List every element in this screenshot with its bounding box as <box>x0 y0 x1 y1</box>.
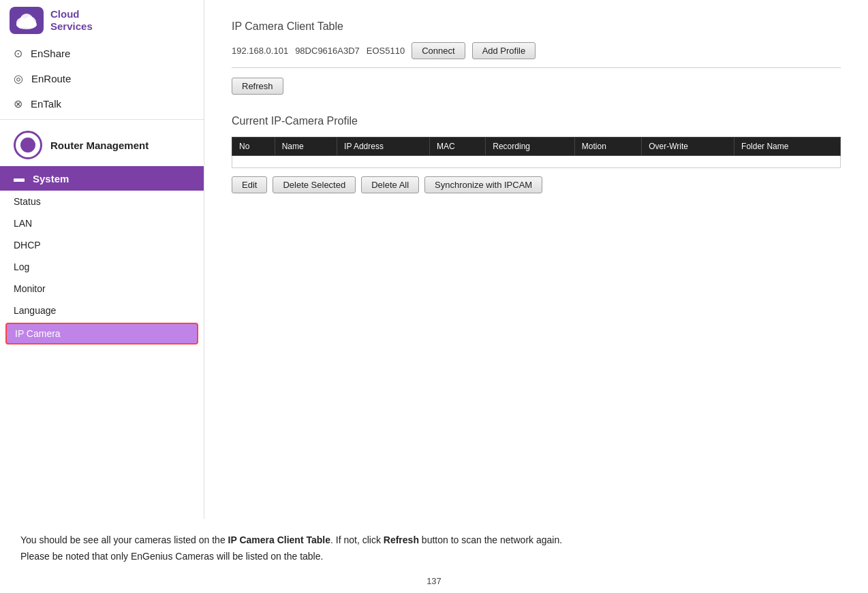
sidebar-sub-item-log[interactable]: Log <box>0 256 204 278</box>
col-ip-address: IP Address <box>337 138 430 156</box>
col-over-write: Over-Write <box>642 138 734 156</box>
col-folder-name: Folder Name <box>734 138 841 156</box>
edit-button[interactable]: Edit <box>232 176 267 193</box>
bottom-text: You should be see all your cameras liste… <box>0 519 868 565</box>
sidebar-sub-item-dhcp[interactable]: DHCP <box>0 234 204 256</box>
page-number: 137 <box>0 565 868 593</box>
profile-table: No Name IP Address MAC Recording Motion … <box>232 137 841 168</box>
sidebar-item-system[interactable]: ▬ System <box>0 166 204 191</box>
profile-actions: Edit Delete Selected Delete All Synchron… <box>232 176 841 193</box>
system-icon: ▬ <box>14 172 25 185</box>
monitor-label: Monitor <box>14 283 46 294</box>
enshare-icon: ⊙ <box>14 47 22 60</box>
cloud-title-line2: Services <box>50 20 93 32</box>
sidebar: Cloud Services ⊙ EnShare ◎ EnRoute ⊗ EnT… <box>0 0 204 519</box>
col-name: Name <box>275 138 337 156</box>
profile-section: Current IP-Camera Profile No Name IP Add… <box>232 115 841 193</box>
client-mac: 98DC9616A3D7 <box>295 46 360 56</box>
client-table-title: IP Camera Client Table <box>232 20 841 33</box>
col-recording: Recording <box>486 138 575 156</box>
content-area: IP Camera Client Table 192.168.0.101 98D… <box>204 0 868 519</box>
bottom-line1-suffix: . If not, click <box>330 534 384 545</box>
enroute-label: EnRoute <box>31 73 71 84</box>
cloud-logo <box>10 7 44 34</box>
page-number-text: 137 <box>427 576 441 586</box>
bottom-line2: Please be noted that only EnGenius Camer… <box>20 549 848 565</box>
bottom-line1: You should be see all your cameras liste… <box>20 532 848 549</box>
client-model: EOS5110 <box>367 46 405 56</box>
col-motion: Motion <box>574 138 641 156</box>
enshare-label: EnShare <box>31 48 70 59</box>
sidebar-sub-item-status[interactable]: Status <box>0 191 204 212</box>
client-table-row: 192.168.0.101 98DC9616A3D7 EOS5110 Conne… <box>232 42 841 59</box>
col-mac: MAC <box>430 138 486 156</box>
router-management: Router Management <box>0 119 204 166</box>
cloud-title-text: Cloud Services <box>50 8 93 33</box>
delete-selected-button[interactable]: Delete Selected <box>273 176 356 193</box>
dhcp-label: DHCP <box>14 240 41 251</box>
status-label: Status <box>14 196 41 207</box>
profile-section-title: Current IP-Camera Profile <box>232 115 841 127</box>
sidebar-header: Cloud Services <box>0 0 204 41</box>
entalk-label: EnTalk <box>31 98 61 110</box>
synchronize-button[interactable]: Synchronize with IPCAM <box>424 176 542 193</box>
cloud-logo-svg <box>14 11 39 30</box>
router-icon-inner <box>20 138 35 153</box>
client-ip: 192.168.0.101 <box>232 46 288 56</box>
sidebar-sub-item-lan[interactable]: LAN <box>0 212 204 234</box>
language-label: Language <box>14 305 56 316</box>
profile-table-head: No Name IP Address MAC Recording Motion … <box>232 138 841 156</box>
entalk-icon: ⊗ <box>14 97 22 110</box>
page-wrapper: Cloud Services ⊙ EnShare ◎ EnRoute ⊗ EnT… <box>0 0 868 593</box>
bottom-line1-bold: IP Camera Client Table <box>228 534 330 545</box>
system-label: System <box>33 173 69 185</box>
router-icon <box>14 131 42 159</box>
main-layout: Cloud Services ⊙ EnShare ◎ EnRoute ⊗ EnT… <box>0 0 868 519</box>
bottom-line1-prefix: You should be see all your cameras liste… <box>20 534 228 545</box>
sidebar-item-enroute[interactable]: ◎ EnRoute <box>0 66 204 91</box>
log-label: Log <box>14 261 29 272</box>
divider-1 <box>232 67 841 68</box>
router-management-label: Router Management <box>50 140 149 151</box>
sidebar-item-entalk[interactable]: ⊗ EnTalk <box>0 91 204 116</box>
refresh-button[interactable]: Refresh <box>232 78 283 95</box>
cloud-title-line1: Cloud <box>50 8 80 20</box>
col-no: No <box>232 138 275 156</box>
add-profile-button[interactable]: Add Profile <box>472 42 536 59</box>
bottom-line1-bold2: Refresh <box>384 534 419 545</box>
cloud-title: Cloud Services <box>50 8 93 33</box>
sidebar-item-enshare[interactable]: ⊙ EnShare <box>0 41 204 66</box>
profile-table-body <box>232 156 841 168</box>
profile-table-header-row: No Name IP Address MAC Recording Motion … <box>232 138 841 156</box>
profile-table-empty-row <box>232 156 841 168</box>
sidebar-sub-item-monitor[interactable]: Monitor <box>0 278 204 300</box>
sidebar-sub-item-language[interactable]: Language <box>0 300 204 321</box>
profile-empty-cell <box>232 156 841 168</box>
svg-point-3 <box>20 14 33 27</box>
connect-button[interactable]: Connect <box>412 42 465 59</box>
sidebar-sub-item-ipcamera[interactable]: IP Camera <box>5 323 198 344</box>
enroute-icon: ◎ <box>14 72 23 85</box>
delete-all-button[interactable]: Delete All <box>361 176 419 193</box>
lan-label: LAN <box>14 218 32 229</box>
refresh-btn-row: Refresh <box>232 78 841 95</box>
bottom-line1-suffix2: button to scan the network again. <box>419 534 562 545</box>
ipcamera-label: IP Camera <box>15 328 61 339</box>
